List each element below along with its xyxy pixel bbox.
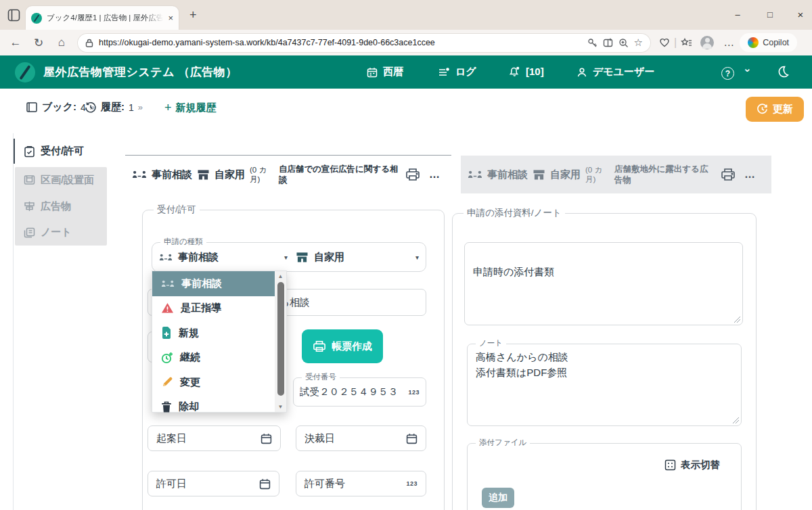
clock-plus-icon xyxy=(161,352,173,364)
window-close-button[interactable]: × xyxy=(787,0,812,30)
option-label: 是正指導 xyxy=(181,302,221,315)
password-key-icon[interactable] xyxy=(587,38,597,48)
note-text: 高橋さんからの相談 添付書類はPDF参照 xyxy=(468,344,741,386)
dropdown-scrollbar[interactable]: ▲ ▼ xyxy=(275,271,286,412)
split-screen-icon[interactable] xyxy=(603,38,613,48)
print-icon[interactable] xyxy=(405,168,420,181)
chevron-down-icon[interactable]: ⌄ xyxy=(743,62,752,74)
people-icon xyxy=(468,170,482,179)
draft-date-input[interactable]: 起案日 xyxy=(148,425,281,451)
log-button[interactable]: ログ xyxy=(438,66,476,78)
warning-icon xyxy=(161,302,174,314)
permit-number-input[interactable]: 許可番号 123 xyxy=(296,471,426,496)
refresh-icon[interactable]: ↻ xyxy=(27,36,50,50)
print-icon[interactable] xyxy=(721,168,736,181)
tab-close-icon[interactable]: × xyxy=(168,14,173,22)
profile-avatar[interactable] xyxy=(700,36,714,49)
tab-duration: (0 カ月) xyxy=(585,165,610,185)
record-tab-left[interactable]: 事前相談 自家用 (0 カ月) 自店舗での宣伝広告に関する相談 … xyxy=(125,155,451,193)
book-label: ブック: xyxy=(42,101,76,114)
history-expand-icon[interactable]: » xyxy=(138,102,143,112)
scroll-up-icon[interactable]: ▲ xyxy=(275,273,286,279)
dropdown-option-prior-consult[interactable]: 事前相談 xyxy=(152,271,275,296)
resize-handle-icon[interactable] xyxy=(733,417,739,423)
approval-date-label: 決裁日 xyxy=(304,432,406,445)
store-icon xyxy=(533,169,545,181)
copilot-icon xyxy=(748,37,759,48)
usage-type-select[interactable]: 自家用 ▾ xyxy=(296,251,419,264)
lock-icon xyxy=(85,39,93,47)
favorite-star-icon[interactable]: ☆ xyxy=(634,37,643,49)
dark-mode-icon[interactable] xyxy=(777,66,789,78)
add-file-button[interactable]: 追加 xyxy=(482,488,514,508)
url-input[interactable] xyxy=(99,38,582,47)
calendar-mode-button[interactable]: 西暦 xyxy=(367,66,403,78)
copilot-label: Copilot xyxy=(763,38,789,47)
scrollbar-thumb[interactable] xyxy=(277,282,284,396)
attached-files-legend: 添付ファイル xyxy=(476,438,530,448)
scroll-down-icon[interactable]: ▼ xyxy=(275,404,286,410)
note-field[interactable]: ノート 高橋さんからの相談 添付書類はPDF参照 xyxy=(467,344,742,426)
sidebar-item-reception[interactable]: 受付/許可 xyxy=(14,139,107,164)
sidebar-item-note[interactable]: ノート xyxy=(15,219,107,246)
create-report-button[interactable]: 帳票作成 xyxy=(302,329,383,363)
tab-type-label: 事前相談 xyxy=(487,168,528,181)
approval-date-input[interactable]: 決裁日 xyxy=(296,425,426,451)
receipt-number-legend: 受付番号 xyxy=(302,372,340,382)
permit-date-input[interactable]: 許可日 xyxy=(148,471,279,496)
update-button[interactable]: 更新 xyxy=(746,97,804,122)
dropdown-option-correction[interactable]: 是正指導 xyxy=(152,296,275,321)
tab-use-label: 自家用 xyxy=(550,168,581,181)
browser-tab[interactable]: ブック4/履歴1 | 広告物 | 屋外広告物 × xyxy=(26,6,179,30)
number-type-icon: 123 xyxy=(408,389,420,396)
tab-more-icon[interactable]: … xyxy=(425,168,445,181)
toggle-view-button[interactable]: 表示切替 xyxy=(664,459,720,471)
browser-essentials-icon[interactable] xyxy=(659,37,670,48)
notifications-button[interactable]: [10] xyxy=(509,66,544,77)
option-label: 事前相談 xyxy=(181,277,222,290)
tab-subject: 店舗敷地外に露出する広告物 xyxy=(614,164,716,186)
calendar-icon xyxy=(406,433,418,444)
window-minimize-button[interactable]: – xyxy=(724,0,751,30)
book-icon xyxy=(26,101,38,113)
dropdown-option-continue[interactable]: 継続 xyxy=(152,346,275,371)
home-icon[interactable]: ⌂ xyxy=(50,36,73,49)
sidebar-item-advertisement[interactable]: 広告物 xyxy=(15,193,107,220)
app-title: 屋外広告物管理システム （広告物） xyxy=(43,64,238,80)
permit-number-label: 許可番号 xyxy=(304,478,406,490)
receipt-number-field[interactable]: 受付番号 試受２０２５４９５３ 123 xyxy=(293,377,426,407)
settings-menu-icon[interactable]: … xyxy=(723,37,734,48)
attachments-textarea[interactable]: 申請時の添付書類 xyxy=(464,242,743,325)
tab-subject: 自店舗での宣伝広告に関する相談 xyxy=(279,164,401,186)
copilot-button[interactable]: Copilot xyxy=(740,33,797,52)
back-icon[interactable]: ← xyxy=(4,36,27,49)
dropdown-option-change[interactable]: 変更 xyxy=(152,370,275,395)
new-history-button[interactable]: + 新規履歴 xyxy=(164,101,217,115)
log-label: ログ xyxy=(455,66,476,78)
history-icon xyxy=(85,101,97,114)
signpost-icon xyxy=(24,201,35,212)
tab-actions-icon[interactable] xyxy=(7,9,20,22)
history-selector[interactable]: 履歴: 1 » xyxy=(85,101,143,114)
window-maximize-button[interactable]: □ xyxy=(757,0,784,30)
bell-icon xyxy=(509,66,520,77)
dropdown-option-removal[interactable]: 除却 xyxy=(152,395,275,420)
application-type-select[interactable]: 事前相談 ▾ xyxy=(159,251,288,264)
number-type-icon: 123 xyxy=(406,480,418,487)
tab-more-icon[interactable]: … xyxy=(740,168,760,181)
sidebar-label: 区画/設置面 xyxy=(41,174,94,187)
tab-title: ブック4/履歴1 | 広告物 | 屋外広告物 xyxy=(47,13,163,23)
option-label: 新規 xyxy=(179,327,199,340)
file-plus-icon xyxy=(161,327,172,339)
favorites-bar-icon[interactable] xyxy=(681,38,692,48)
notification-count: [10] xyxy=(526,66,544,77)
record-tab-right[interactable]: 事前相談 自家用 (0 カ月) 店舗敷地外に露出する広告物 … xyxy=(461,156,771,193)
sidebar-item-section[interactable]: 区画/設置面 xyxy=(15,167,107,193)
user-menu-button[interactable]: デモユーザー xyxy=(577,66,654,78)
zoom-page-icon[interactable] xyxy=(618,38,629,48)
content-border xyxy=(13,133,14,510)
new-tab-button[interactable]: + xyxy=(189,9,197,21)
resize-handle-icon[interactable] xyxy=(734,317,740,323)
help-button[interactable]: ? xyxy=(721,67,734,80)
dropdown-option-new[interactable]: 新規 xyxy=(152,321,275,346)
